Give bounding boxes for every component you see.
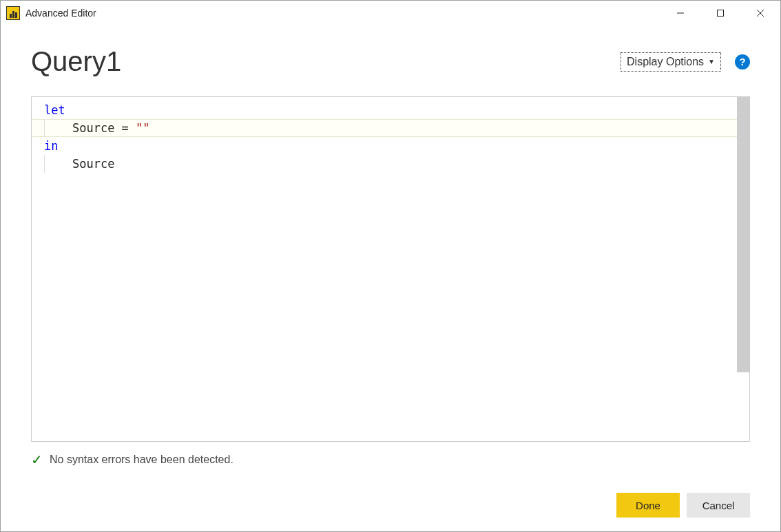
app-icon [6,6,20,20]
code-line-1: let [44,101,737,119]
keyword-in: in [44,139,58,153]
done-button[interactable]: Done [616,493,680,518]
help-icon[interactable]: ? [735,54,750,70]
code-line-3: in [44,137,737,155]
titlebar: Advanced Editor [1,1,780,25]
header-row: Query1 Display Options ▼ ? [31,46,750,77]
code-editor[interactable]: let Source = "" in Source [31,96,750,442]
window-title: Advanced Editor [25,8,96,19]
keyword-let: let [44,103,65,117]
editor-content: let Source = "" in Source [32,97,749,441]
content-area: Query1 Display Options ▼ ? let Source = … [1,25,780,531]
minimize-icon [676,9,685,17]
minimize-button[interactable] [660,1,700,25]
check-icon: ✓ [31,451,43,468]
titlebar-left: Advanced Editor [6,6,96,20]
code-string: "" [136,121,149,135]
query-title: Query1 [31,46,121,77]
header-right: Display Options ▼ ? [621,52,750,72]
display-options-dropdown[interactable]: Display Options ▼ [621,52,721,72]
vertical-scrollbar[interactable] [737,97,749,372]
close-button[interactable] [740,1,780,25]
button-row: Done Cancel [31,493,750,518]
maximize-button[interactable] [700,1,740,25]
status-message: No syntax errors have been detected. [50,454,233,466]
maximize-icon [716,9,725,17]
code-text: Source = [72,121,136,135]
svg-rect-1 [718,10,724,17]
code-line-4: Source [44,155,737,173]
code-line-2: Source = "" [44,119,737,137]
cancel-button[interactable]: Cancel [687,493,750,518]
code-text: Source [72,157,114,171]
status-row: ✓ No syntax errors have been detected. [31,451,750,468]
display-options-label: Display Options [627,56,704,68]
titlebar-controls [660,1,780,25]
chevron-down-icon: ▼ [708,58,715,65]
close-icon [756,8,765,18]
